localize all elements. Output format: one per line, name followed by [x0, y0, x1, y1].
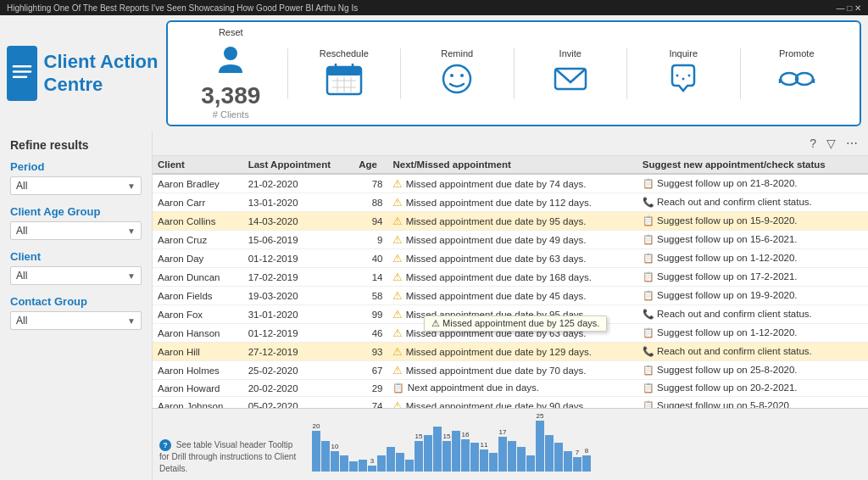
table-row[interactable]: Aaron Bradley 21-02-2020 78 ⚠ Missed app… — [153, 174, 868, 193]
inquire-button[interactable]: Inquire — [631, 48, 737, 98]
chart-bar-group — [387, 438, 395, 472]
filter-age-select[interactable]: All ▼ — [10, 221, 142, 240]
col-suggest: Suggest new appointment/check status — [637, 156, 868, 174]
filter-period-chevron: ▼ — [127, 181, 136, 191]
bar-element — [405, 460, 414, 472]
chart-bar-group: 25 — [536, 412, 544, 472]
chart-bar-group: 11 — [480, 441, 488, 472]
logo-icon — [7, 46, 37, 101]
filter-period-label: Period — [10, 160, 142, 173]
suggest-cal-icon: 📋 — [643, 253, 654, 263]
bar-element — [564, 451, 572, 472]
cell-status: ⚠ Missed appointment due date by 49 days… — [387, 231, 637, 249]
remind-label: Remind — [441, 48, 473, 59]
divider-4 — [626, 48, 627, 99]
filter-contact-label: Contact Group — [10, 295, 142, 308]
cell-age: 67 — [353, 361, 387, 380]
promote-button[interactable]: Promote — [744, 48, 850, 98]
svg-point-19 — [688, 75, 691, 77]
svg-rect-2 — [13, 75, 28, 78]
chart-bar-group — [424, 427, 432, 472]
table-row[interactable]: Aaron Collins 14-03-2020 94 ⚠ Missed app… — [153, 212, 868, 231]
more-options-button[interactable]: ⋯ — [843, 135, 861, 152]
svg-rect-1 — [13, 70, 32, 73]
divider-2 — [400, 48, 401, 99]
svg-point-14 — [450, 74, 453, 77]
bar-element — [312, 431, 320, 472]
table-row[interactable]: Aaron Duncan 17-02-2019 14 ⚠ Missed appo… — [153, 268, 868, 287]
suggest-cal-icon: 📋 — [643, 271, 654, 282]
chart-bar-group — [359, 451, 367, 472]
chart-bar-group — [377, 447, 386, 472]
svg-point-3 — [224, 47, 237, 60]
cell-status: ⚠ Missed appointment due date by 129 day… — [387, 343, 637, 361]
reschedule-label: Reschedule — [320, 48, 369, 59]
data-table: Client Last Appointment Age Next/Missed … — [153, 156, 868, 408]
filter-client-value: All — [16, 270, 27, 282]
help-button[interactable]: ? — [806, 135, 820, 152]
svg-point-15 — [460, 74, 464, 77]
table-row[interactable]: Aaron Fields 19-03-2020 58 ⚠ Missed appo… — [153, 287, 868, 305]
cell-age: 74 — [353, 397, 387, 409]
table-row[interactable]: Aaron Holmes 25-02-2020 67 ⚠ Missed appo… — [153, 361, 868, 380]
table-area: Client Last Appointment Age Next/Missed … — [153, 156, 868, 408]
cell-client: Aaron Hill — [153, 343, 243, 361]
table-row[interactable]: Aaron Howard 20-02-2020 29 📋 Next appoin… — [153, 380, 868, 397]
bar-top-label: 16 — [462, 431, 470, 439]
col-last-appt: Last Appointment — [243, 156, 354, 174]
filter-age-label: Client Age Group — [10, 205, 142, 218]
filter-button[interactable]: ▽ — [823, 135, 839, 152]
suggest-cal-icon: 📋 — [643, 178, 654, 188]
help-icon: ? — [159, 439, 171, 451]
bar-element — [582, 455, 591, 472]
cell-last-appt: 31-01-2020 — [243, 305, 354, 324]
chart-info-text: See table Visual header Tooltip for Dril… — [159, 440, 296, 473]
logo-text: Client Action Centre — [44, 51, 159, 96]
warning-icon: ⚠ — [392, 215, 403, 227]
svg-point-13 — [443, 65, 470, 92]
col-age: Age — [353, 156, 387, 174]
cell-status: ⚠ Missed appointment due date by 168 day… — [387, 268, 637, 287]
reschedule-button[interactable]: Reschedule — [292, 48, 398, 98]
table-row[interactable]: Aaron Johnson 05-02-2020 74 ⚠ Missed app… — [153, 397, 868, 409]
table-row[interactable]: Aaron Hill 27-12-2019 93 ⚠ Missed appoin… — [153, 343, 868, 361]
bar-element — [517, 447, 526, 472]
cell-suggest: 📞 Reach out and confirm client status. — [637, 193, 868, 212]
reset-button[interactable]: Reset 3,389 # Clients — [178, 27, 284, 120]
bar-element — [480, 449, 488, 472]
col-client: Client — [153, 156, 243, 174]
chart-bar-group — [526, 447, 535, 472]
bar-element — [498, 437, 507, 472]
table-row[interactable]: Aaron Cruz 15-06-2019 9 ⚠ Missed appoint… — [153, 231, 868, 249]
table-row[interactable]: Aaron Day 01-12-2019 40 ⚠ Missed appoint… — [153, 249, 868, 268]
cell-client: Aaron Bradley — [153, 174, 243, 193]
invite-button[interactable]: Invite — [518, 48, 624, 98]
cell-age: 9 — [353, 231, 387, 249]
filter-contact-select[interactable]: All ▼ — [10, 311, 142, 330]
bar-element — [452, 431, 460, 472]
client-count: 3,389 — [201, 82, 260, 109]
chart-bar-group — [321, 433, 330, 472]
suggest-cal-icon: 📋 — [643, 365, 654, 375]
col-next-missed: Next/Missed appointment — [387, 156, 637, 174]
reset-label: Reset — [219, 27, 243, 37]
inquire-label: Inquire — [669, 48, 698, 59]
filter-client-select[interactable]: All ▼ — [10, 266, 142, 285]
suggest-cal-icon: 📋 — [643, 290, 654, 300]
cell-last-appt: 17-02-2019 — [243, 268, 354, 287]
bar-top-label: 11 — [481, 441, 488, 449]
sidebar-title: Refine results — [10, 138, 142, 152]
cell-client: Aaron Johnson — [153, 397, 243, 409]
remind-button[interactable]: Remind — [404, 48, 510, 98]
cell-last-appt: 27-12-2019 — [243, 343, 354, 361]
table-row[interactable]: Aaron Carr 13-01-2020 88 ⚠ Missed appoin… — [153, 193, 868, 212]
filter-contact-group: Contact Group All ▼ — [10, 295, 142, 330]
chart-bar-group — [433, 418, 442, 472]
bar-element — [489, 453, 498, 472]
bar-element — [470, 443, 479, 472]
cell-age: 46 — [353, 324, 387, 343]
filter-age-chevron: ▼ — [127, 226, 136, 236]
filter-age-value: All — [16, 225, 27, 237]
filter-period-select[interactable]: All ▼ — [10, 176, 142, 195]
cell-status: ⚠ Missed appointment due date by 45 days… — [387, 287, 637, 305]
